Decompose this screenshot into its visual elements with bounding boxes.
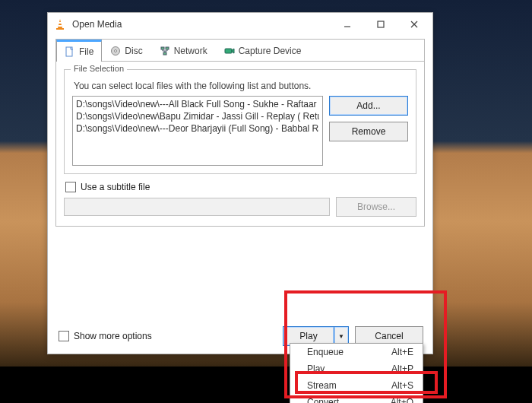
menu-item-label: Stream: [307, 380, 337, 391]
menu-item-shortcut: Alt+E: [391, 347, 413, 357]
tab-label: File: [79, 46, 93, 57]
browse-button: Browse...: [336, 197, 416, 217]
svg-rect-2: [59, 25, 62, 27]
capture-icon: [224, 46, 235, 56]
button-label: Remove: [352, 126, 386, 137]
menu-item-shortcut: Alt+P: [391, 363, 413, 374]
tab-pane-file: File Selection You can select local file…: [55, 61, 425, 227]
button-label: Cancel: [375, 331, 403, 341]
network-icon: [160, 46, 170, 56]
tab-disc[interactable]: Disc: [102, 40, 150, 61]
show-more-options-checkbox[interactable]: [59, 331, 69, 341]
menu-item-stream[interactable]: Stream Alt+S: [290, 377, 423, 394]
list-item[interactable]: D:\songs\Video\new\Bapu Zimidar - Jassi …: [76, 110, 319, 122]
file-list[interactable]: D:\songs\Video\new\---All Black Full Son…: [72, 96, 323, 166]
remove-button[interactable]: Remove: [329, 122, 408, 141]
taskbar-stripe: [0, 367, 532, 403]
menu-item-label: Convert: [307, 397, 339, 403]
svg-rect-12: [166, 47, 169, 49]
file-selection-fieldset: File Selection You can select local file…: [64, 69, 416, 174]
list-item[interactable]: D:\songs\Video\new\---All Black Full Son…: [76, 98, 319, 110]
subtitle-checkbox-row[interactable]: Use a subtitle file: [65, 182, 416, 192]
button-label: Add...: [356, 100, 380, 111]
vlc-cone-icon: [54, 18, 66, 30]
subtitle-checkbox-label: Use a subtitle file: [81, 182, 150, 192]
chevron-down-icon: ▼: [338, 333, 344, 340]
menu-item-convert[interactable]: Convert Alt+O: [290, 394, 423, 403]
button-label: Browse...: [357, 202, 395, 212]
minimize-button[interactable]: [331, 14, 364, 35]
show-more-options-label: Show more options: [74, 331, 152, 341]
subtitle-checkbox[interactable]: [65, 182, 76, 192]
svg-rect-13: [163, 52, 166, 55]
menu-item-label: Enqueue: [307, 347, 344, 357]
disc-icon: [110, 46, 121, 56]
file-selection-legend: File Selection: [71, 64, 127, 73]
svg-rect-5: [378, 21, 384, 27]
tab-capture-device[interactable]: Capture Device: [216, 40, 310, 61]
file-icon: [65, 46, 75, 57]
play-dropdown-menu: Enqueue Alt+E Play Alt+P Stream Alt+S Co…: [290, 343, 423, 403]
desktop-background: Open Media File Disc Network Ca: [0, 0, 532, 403]
tab-label: Capture Device: [239, 46, 302, 56]
svg-point-10: [115, 50, 117, 52]
add-button[interactable]: Add...: [329, 96, 408, 116]
menu-item-shortcut: Alt+O: [391, 397, 413, 403]
tab-network[interactable]: Network: [151, 40, 216, 61]
tabs: File Disc Network Capture Device: [55, 39, 425, 61]
tab-label: Disc: [125, 46, 142, 56]
svg-rect-3: [56, 28, 64, 30]
titlebar: Open Media: [48, 13, 432, 36]
window-title: Open Media: [72, 19, 325, 30]
subtitle-path-input: [64, 198, 330, 216]
menu-item-label: Play: [307, 363, 325, 374]
menu-item-enqueue[interactable]: Enqueue Alt+E: [290, 344, 423, 360]
menu-item-shortcut: Alt+S: [391, 380, 413, 391]
file-selection-help: You can select local files with the foll…: [74, 81, 408, 91]
button-label: Play: [299, 331, 317, 341]
open-media-dialog: Open Media File Disc Network Ca: [47, 12, 433, 354]
svg-rect-8: [66, 47, 72, 56]
svg-rect-1: [59, 22, 62, 24]
svg-rect-11: [161, 47, 164, 49]
maximize-button[interactable]: [364, 14, 397, 35]
svg-rect-14: [225, 49, 232, 53]
list-item[interactable]: D:\songs\Video\new\---Deor Bharjayii (Fu…: [76, 122, 319, 135]
menu-item-play[interactable]: Play Alt+P: [290, 360, 423, 377]
tab-label: Network: [174, 46, 207, 56]
close-button[interactable]: [397, 14, 431, 35]
tab-file[interactable]: File: [56, 40, 102, 62]
